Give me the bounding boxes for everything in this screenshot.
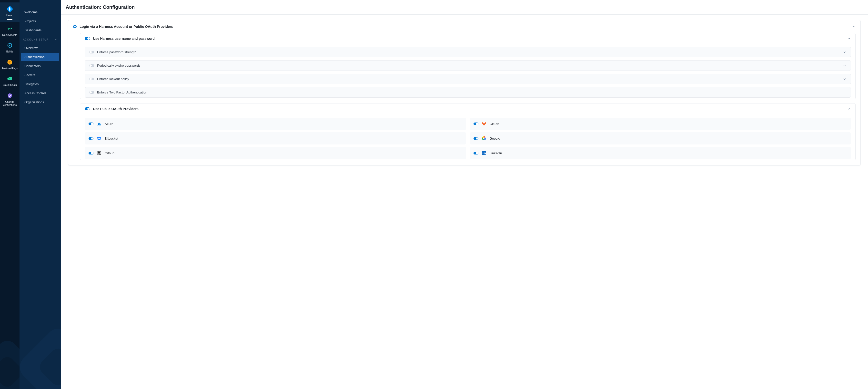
collapse-icon[interactable] (847, 107, 851, 111)
bitbucket-icon (96, 136, 102, 141)
subnav-access-control[interactable]: Access Control (21, 89, 59, 97)
bitbucket-toggle[interactable] (89, 137, 93, 140)
main-content: Authentication: Configuration Login via … (61, 0, 868, 389)
nav-label: Change Verifications (1, 100, 19, 107)
nav-item-cloud-costs[interactable]: $ Cloud Costs (0, 72, 20, 89)
option-label: Enforce Two Factor Authentication (97, 91, 147, 94)
nav-label: Deployments (2, 33, 17, 37)
linkedin-icon (481, 150, 487, 156)
harness-login-panel: Use Harness username and password Enforc… (80, 33, 856, 99)
oauth-provider-google: Google (470, 132, 851, 145)
gitlab-toggle[interactable] (473, 122, 478, 125)
nav-item-change-verifications[interactable]: Change Verifications (0, 89, 20, 109)
nav-label: Builds (6, 50, 13, 53)
home-icon (7, 6, 13, 12)
svg-point-7 (9, 45, 10, 46)
lockout-policy-toggle[interactable] (89, 78, 94, 80)
enforce-password-strength-row: Enforce password strength (85, 47, 851, 57)
nav-label: Cloud Costs (3, 84, 17, 87)
svg-point-8 (10, 43, 12, 44)
expire-passwords-toggle[interactable] (89, 64, 94, 67)
enforce-password-strength-toggle[interactable] (89, 51, 94, 54)
provider-name: LinkedIn (490, 151, 502, 155)
login-section-label: Login via a Harness Account or Public OA… (80, 25, 173, 29)
oauth-toggle[interactable] (85, 108, 90, 110)
expand-icon[interactable] (843, 64, 846, 67)
harness-login-label: Use Harness username and password (93, 37, 155, 40)
oauth-provider-azure: Azure (85, 118, 466, 130)
harness-login-toggle[interactable] (85, 37, 90, 40)
svg-point-4 (9, 7, 10, 8)
login-radio[interactable] (73, 25, 76, 28)
svg-point-3 (9, 8, 11, 10)
svg-rect-13 (98, 138, 100, 139)
subnav-bg-decoration (20, 316, 61, 389)
subnav-delegates[interactable]: Delegates (21, 80, 59, 88)
sub-nav: Welcome Projects Dashboards ACCOUNT SETU… (20, 0, 61, 389)
subnav-projects[interactable]: Projects (21, 17, 59, 25)
oauth-provider-bitbucket: Bitbucket (85, 132, 466, 145)
nav-item-builds[interactable]: Builds (0, 39, 20, 56)
collapse-icon[interactable] (847, 37, 851, 40)
subnav-welcome[interactable]: Welcome (21, 8, 59, 17)
svg-rect-11 (20, 324, 61, 389)
oauth-label: Use Public OAuth Providers (93, 107, 138, 111)
nav-bg-decoration (0, 330, 20, 389)
oauth-provider-github: Github (85, 147, 466, 159)
svg-rect-12 (37, 345, 61, 389)
subnav-authentication[interactable]: Authentication (21, 53, 59, 61)
two-factor-row: Enforce Two Factor Authentication (85, 87, 851, 98)
subnav-overview[interactable]: Overview (21, 44, 59, 52)
option-label: Enforce lockout policy (97, 77, 129, 81)
subnav-organizations[interactable]: Organizations (21, 98, 59, 107)
two-factor-toggle[interactable] (89, 91, 94, 94)
subnav-dashboards[interactable]: Dashboards (21, 26, 59, 34)
provider-name: Bitbucket (105, 137, 118, 140)
deployments-icon (7, 26, 13, 32)
chevron-down-icon (54, 38, 57, 41)
oauth-provider-linkedin: LinkedIn (470, 147, 851, 159)
provider-name: Azure (105, 122, 113, 126)
login-section-header[interactable]: Login via a Harness Account or Public OA… (68, 20, 861, 33)
nav-item-feature-flags[interactable]: Feature Flags (0, 56, 20, 72)
svg-point-17 (483, 152, 483, 152)
provider-name: GitLab (490, 122, 499, 126)
lockout-policy-row: Enforce lockout policy (85, 74, 851, 84)
svg-rect-16 (483, 152, 483, 154)
login-methods-card: Login via a Harness Account or Public OA… (68, 20, 861, 166)
oauth-provider-gitlab: GitLab (470, 118, 851, 130)
provider-name: Github (105, 151, 115, 155)
nav-label: Feature Flags (2, 67, 18, 70)
cloud-costs-icon: $ (7, 76, 13, 82)
option-label: Enforce password strength (97, 50, 136, 54)
gitlab-icon (481, 121, 487, 126)
subnav-connectors[interactable]: Connectors (21, 62, 59, 70)
nav-label: Home (6, 14, 13, 17)
github-toggle[interactable] (89, 152, 93, 154)
google-icon (481, 136, 487, 141)
collapse-icon[interactable] (851, 25, 856, 29)
azure-toggle[interactable] (89, 122, 93, 125)
provider-name: Google (490, 137, 500, 140)
expire-passwords-row: Periodically expire passwords (85, 60, 851, 71)
option-label: Periodically expire passwords (97, 64, 141, 67)
expand-icon[interactable] (843, 51, 846, 54)
subnav-section-label: ACCOUNT SETUP (23, 38, 49, 41)
nav-item-deployments[interactable]: Deployments (0, 22, 20, 39)
svg-rect-1 (0, 354, 20, 389)
svg-rect-0 (0, 337, 20, 389)
azure-icon (96, 121, 102, 126)
google-toggle[interactable] (473, 137, 478, 140)
nav-item-home[interactable]: Home (0, 2, 20, 22)
main-nav-rail: Home Deployments Builds Feature Flags $ … (0, 0, 20, 389)
subnav-secrets[interactable]: Secrets (21, 71, 59, 79)
linkedin-toggle[interactable] (473, 152, 478, 154)
expand-icon[interactable] (843, 77, 846, 81)
subnav-section-account-setup[interactable]: ACCOUNT SETUP (20, 35, 61, 43)
change-verifications-icon (7, 92, 13, 99)
builds-icon (7, 42, 13, 49)
oauth-panel: Use Public OAuth Providers Azure (80, 103, 856, 160)
svg-text:$: $ (9, 78, 10, 80)
feature-flags-icon (7, 59, 13, 65)
github-icon (96, 150, 102, 156)
